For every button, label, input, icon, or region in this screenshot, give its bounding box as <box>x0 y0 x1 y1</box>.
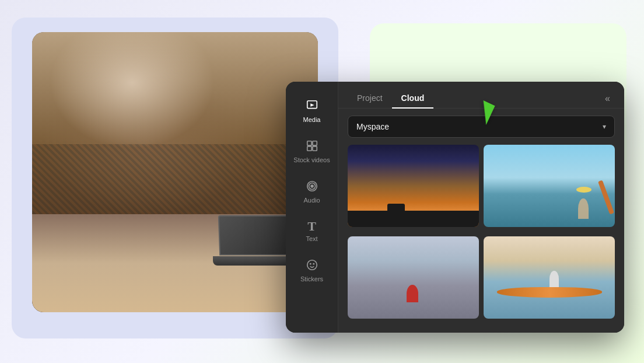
van-shape <box>387 204 405 212</box>
laptop-base <box>213 256 295 266</box>
sidebar-item-audio[interactable]: Audio <box>286 172 338 212</box>
sidebar-item-stickers[interactable]: Stickers <box>286 250 338 291</box>
person-shape <box>550 271 559 287</box>
paddle-shape <box>598 180 614 214</box>
sidebar-item-media[interactable]: Media <box>286 91 338 131</box>
text-icon: T <box>307 220 316 233</box>
tab-cloud[interactable]: Cloud <box>392 89 434 109</box>
svg-point-10 <box>309 263 311 265</box>
sidebar-label-text: Text <box>306 235 317 242</box>
tabs: Project Cloud <box>348 89 433 108</box>
svg-point-11 <box>313 263 314 265</box>
svg-rect-2 <box>307 141 311 145</box>
sidebar-item-stock-videos[interactable]: Stock videos <box>286 131 338 172</box>
collapse-button[interactable]: « <box>600 91 615 106</box>
laptop <box>213 213 295 266</box>
ground-layer <box>348 211 479 227</box>
sticker-icon <box>306 259 318 273</box>
sidebar-label-stock-videos: Stock videos <box>293 156 330 163</box>
thumbnail-winter-kayak[interactable] <box>348 236 479 319</box>
photo-card <box>32 32 318 312</box>
thumbnail-kayak-water[interactable] <box>484 236 615 319</box>
media-grid <box>338 145 624 333</box>
app-panel: Media Stock videos Audio <box>286 82 624 333</box>
sidebar-label-audio: Audio <box>303 197 320 204</box>
thumbnail-sunset[interactable] <box>348 145 479 227</box>
play-icon <box>306 99 318 114</box>
person-shape <box>407 285 418 302</box>
grid-icon <box>306 139 318 154</box>
chevron-down-icon: ▾ <box>603 123 606 131</box>
svg-point-9 <box>307 260 317 270</box>
svg-rect-5 <box>312 146 316 151</box>
sidebar-label-stickers: Stickers <box>300 275 323 282</box>
thumbnail-kayak-women[interactable] <box>484 145 615 227</box>
svg-point-7 <box>310 184 314 188</box>
person-shape <box>578 198 589 219</box>
svg-rect-3 <box>312 141 316 145</box>
hat-shape <box>576 187 592 193</box>
sidebar: Media Stock videos Audio <box>286 82 338 333</box>
laptop-screen <box>218 215 289 256</box>
tab-project[interactable]: Project <box>348 89 392 109</box>
svg-marker-1 <box>310 103 314 107</box>
dropdown-value: Myspace <box>356 122 389 131</box>
sidebar-label-media: Media <box>303 116 321 123</box>
svg-rect-4 <box>307 146 311 151</box>
sidebar-item-text[interactable]: T Text <box>286 212 338 250</box>
audio-icon <box>306 180 318 194</box>
kayak-shape <box>497 287 602 298</box>
